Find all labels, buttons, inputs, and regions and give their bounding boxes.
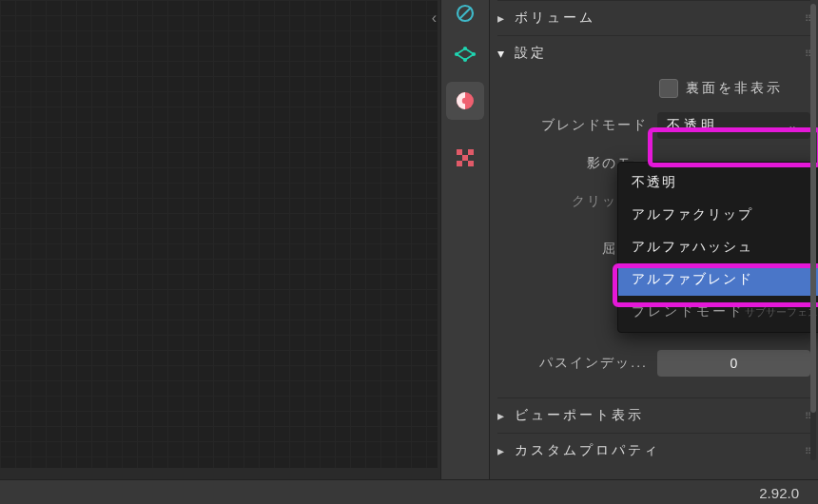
chevron-down-icon: ⌄ xyxy=(788,119,801,132)
menu-item-alpha-hashed[interactable]: アルファハッシュ xyxy=(618,231,818,263)
backface-culling-checkbox[interactable] xyxy=(659,79,678,98)
disclosure-closed-icon: ▸ xyxy=(497,10,511,26)
panel-collapse-icon[interactable]: ‹ xyxy=(428,8,440,29)
svg-rect-11 xyxy=(462,155,468,161)
svg-rect-10 xyxy=(468,149,474,155)
menu-footer-label: ブレンドモード サブサーフェスの… xyxy=(618,296,818,328)
status-bar: 2.92.0 xyxy=(0,479,818,504)
svg-rect-12 xyxy=(457,161,462,166)
tab-hidden-top[interactable] xyxy=(446,0,484,32)
section-settings-title: 設定 xyxy=(515,45,805,62)
blend-mode-label: ブレンドモード xyxy=(497,117,648,134)
section-viewport-display-title: ビューポート表示 xyxy=(515,407,805,424)
menu-item-opaque[interactable]: 不透明 xyxy=(618,166,818,199)
disclosure-open-icon: ▾ xyxy=(497,46,511,61)
section-volume-title: ボリューム xyxy=(515,10,805,27)
section-custom-properties-title: カスタムプロパティ xyxy=(515,442,805,459)
svg-line-1 xyxy=(459,8,471,19)
svg-point-3 xyxy=(472,52,476,56)
app-root: ‹ xyxy=(0,0,818,479)
section-settings[interactable]: ▾ 設定 ⠿ xyxy=(497,35,810,70)
scrollbar-thumb[interactable] xyxy=(810,4,816,413)
viewport-grid xyxy=(0,0,438,468)
section-volume[interactable]: ▸ ボリューム ⠿ xyxy=(497,0,810,35)
properties-panel: ▸ ボリューム ⠿ ▾ 設定 ⠿ 裏面を非表示 ブレンドモード 不透明 xyxy=(489,0,818,479)
shading-icon xyxy=(454,89,477,112)
svg-rect-9 xyxy=(457,149,462,155)
blend-mode-row: ブレンドモード 不透明 ⌄ xyxy=(497,107,810,145)
properties-scrollbar[interactable] xyxy=(810,4,816,460)
tab-mesh[interactable] xyxy=(446,38,484,76)
pass-index-field[interactable]: 0 xyxy=(657,350,810,377)
mesh-icon xyxy=(454,46,477,68)
properties-tab-strip xyxy=(440,0,489,479)
menu-item-alpha-clip[interactable]: アルファクリップ xyxy=(618,199,818,231)
disclosure-closed-icon: ▸ xyxy=(497,443,511,458)
section-viewport-display[interactable]: ▸ ビューポート表示 ⠿ xyxy=(497,397,810,433)
section-custom-properties[interactable]: ▸ カスタムプロパティ ⠿ xyxy=(497,433,810,468)
viewport-area[interactable]: ‹ xyxy=(0,0,440,479)
pass-index-label: パスインデッ... xyxy=(497,355,648,372)
blend-mode-menu: 不透明 アルファクリップ アルファハッシュ アルファブレンド ブレンドモード サ… xyxy=(617,162,818,333)
svg-rect-13 xyxy=(468,161,474,166)
backface-culling-row: 裏面を非表示 xyxy=(497,70,810,107)
svg-point-5 xyxy=(463,58,467,62)
tab-material-shading[interactable] xyxy=(446,82,484,120)
tab-texture[interactable] xyxy=(446,139,484,177)
texture-icon xyxy=(454,146,477,169)
blend-mode-value: 不透明 xyxy=(667,117,718,134)
svg-point-4 xyxy=(455,52,458,56)
pass-index-value: 0 xyxy=(730,356,738,371)
disclosure-closed-icon: ▸ xyxy=(497,408,511,423)
menu-item-alpha-blend[interactable]: アルファブレンド xyxy=(618,263,818,296)
circle-line-icon xyxy=(455,3,476,24)
svg-point-7 xyxy=(462,98,468,104)
svg-point-2 xyxy=(463,47,467,50)
blend-mode-dropdown[interactable]: 不透明 ⌄ xyxy=(657,112,810,139)
version-label: 2.92.0 xyxy=(759,485,799,501)
pass-index-row: パスインデッ... 0 xyxy=(497,344,810,382)
backface-culling-label: 裏面を非表示 xyxy=(686,80,783,97)
